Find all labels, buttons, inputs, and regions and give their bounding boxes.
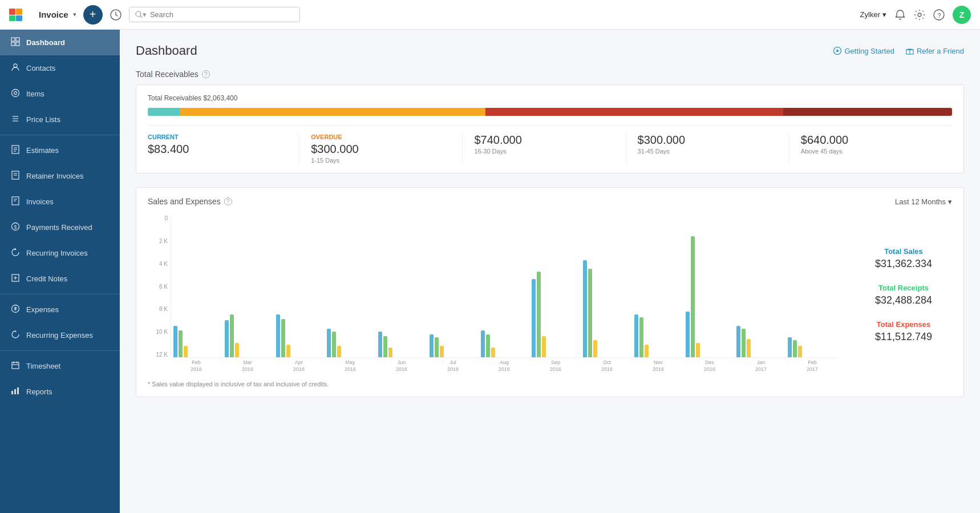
recurring-invoices-icon [10, 248, 21, 258]
sidebar-divider-credit-notes [0, 294, 120, 294]
sidebar-item-retainer-invoices[interactable]: Retainer Invoices [0, 163, 120, 189]
sidebar-item-price-lists[interactable]: Price Lists [0, 107, 120, 132]
chart-group [686, 236, 734, 358]
chart-bar [639, 317, 643, 357]
period-selector[interactable]: Last 12 Months ▾ [895, 197, 952, 206]
page-header: Dashboard Getting Started [136, 43, 964, 58]
y-axis-label: 4 K [148, 261, 171, 267]
chart-bar [225, 320, 229, 357]
history-button[interactable] [110, 9, 122, 21]
notifications-button[interactable] [894, 9, 906, 21]
receivables-column: $300.000 31-45 Days [626, 134, 789, 164]
progress-segment [783, 108, 952, 116]
sidebar-item-reports[interactable]: Reports [0, 379, 120, 405]
y-axis-label: 12 K [148, 352, 171, 358]
recv-amount: $300.000 [311, 143, 451, 156]
svg-point-14 [14, 64, 17, 67]
chart-bar [798, 346, 802, 357]
chart-bar [378, 332, 382, 357]
chart-bar [435, 337, 439, 357]
chart-bar [383, 336, 387, 358]
chart-group [430, 334, 477, 357]
add-button[interactable]: + [83, 5, 103, 25]
estimates-icon [10, 145, 21, 156]
gear-icon [914, 9, 925, 21]
y-axis-label: 8 K [148, 306, 171, 312]
y-axis-label: 0 [148, 215, 171, 221]
chart-bar [686, 312, 690, 357]
app-name: Invoice [39, 10, 68, 19]
sidebar-label-estimates: Estimates [26, 146, 59, 155]
search-bar[interactable]: ▾ [129, 7, 300, 22]
user-menu[interactable]: Zylker ▾ [860, 10, 886, 19]
summary-value: $11,512.749 [855, 331, 952, 343]
logo-area[interactable]: Invoice ▾ [9, 9, 76, 21]
getting-started-link[interactable]: Getting Started [833, 47, 894, 55]
help-icon: ? [933, 9, 945, 21]
x-axis-label: Feb2016 [171, 359, 222, 373]
chart-area: 12 K10 K8 K6 K4 K2 K0 Feb2016Mar2016Apr2… [148, 215, 952, 375]
svg-rect-1 [16, 9, 22, 15]
sidebar-item-invoices[interactable]: Invoices [0, 189, 120, 215]
sidebar-label-invoices: Invoices [26, 197, 54, 206]
recv-status: OVERDUE [311, 134, 451, 140]
sidebar-item-dashboard[interactable]: Dashboard [0, 30, 120, 55]
search-input[interactable] [150, 10, 294, 19]
svg-rect-3 [16, 15, 22, 21]
help-button[interactable]: ? [933, 9, 945, 21]
chart-group [327, 329, 375, 357]
recv-amount: $83.400 [148, 143, 287, 156]
sidebar-item-recurring-invoices[interactable]: Recurring Invoices [0, 240, 120, 266]
sidebar-item-credit-notes[interactable]: Credit Notes [0, 266, 120, 292]
svg-marker-44 [837, 49, 840, 52]
chart-bar [691, 236, 695, 358]
chart-bar [593, 340, 597, 357]
sidebar-item-payments-received[interactable]: $ Payments Received [0, 215, 120, 240]
sidebar-label-recurring-expenses: Recurring Expenses [26, 331, 93, 340]
x-axis-label: Jun2016 [376, 359, 427, 373]
chart-bar [588, 269, 592, 357]
summary-label: Total Receipts [855, 284, 952, 292]
x-axis-label: May2016 [325, 359, 376, 373]
refer-friend-link[interactable]: Refer a Friend [906, 47, 964, 55]
x-axis-label: Jul2016 [427, 359, 479, 373]
top-nav-right: Zylker ▾ ? Z [860, 6, 971, 24]
sidebar-label-expenses: Expenses [26, 305, 59, 314]
svg-point-7 [918, 13, 921, 17]
sidebar-item-recurring-expenses[interactable]: Recurring Expenses [0, 322, 120, 348]
receivables-help-icon[interactable]: ? [202, 70, 210, 78]
sales-help-icon[interactable]: ? [224, 197, 232, 205]
chart-bar [736, 326, 740, 357]
recv-amount: $640.000 [801, 134, 941, 147]
chart-bar [788, 337, 792, 357]
chart-bar [532, 279, 536, 358]
avatar[interactable]: Z [953, 6, 971, 24]
sidebar-label-items: Items [26, 90, 44, 98]
sidebar-label-payments-received: Payments Received [26, 223, 92, 232]
sidebar-item-estimates[interactable]: Estimates [0, 138, 120, 163]
chart-x-labels: Feb2016Mar2016Apr2016May2016Jun2016Jul20… [171, 358, 838, 375]
sidebar-label-contacts: Contacts [26, 64, 55, 72]
payments-received-icon: $ [10, 222, 21, 233]
user-dropdown-icon: ▾ [882, 10, 886, 19]
chart-group [736, 326, 784, 357]
chart-bar [332, 332, 336, 357]
top-nav: Invoice ▾ + ▾ Zylker ▾ [0, 0, 980, 30]
sidebar-item-timesheet[interactable]: Timesheet [0, 353, 120, 379]
sidebar-item-contacts[interactable]: Contacts [0, 55, 120, 81]
sidebar-divider-recurring-expenses [0, 350, 120, 351]
sidebar-item-items[interactable]: Items [0, 81, 120, 107]
svg-rect-0 [9, 9, 15, 15]
y-axis-label: 10 K [148, 329, 171, 335]
app-dropdown-icon[interactable]: ▾ [73, 11, 76, 18]
chart-group [276, 314, 324, 357]
summary-item: Total Expenses $11,512.749 [855, 320, 952, 343]
settings-button[interactable] [914, 9, 925, 21]
header-actions: Getting Started Refer a Friend [833, 47, 964, 55]
x-axis-label: Nov2016 [633, 359, 684, 373]
sidebar-item-expenses[interactable]: Expenses [0, 297, 120, 322]
chart-summary: Total Sales $31,362.334 Total Receipts $… [838, 215, 952, 375]
x-axis-label: Mar2016 [222, 359, 273, 373]
recv-days: 1-15 Days [311, 157, 451, 164]
svg-point-5 [136, 11, 141, 17]
